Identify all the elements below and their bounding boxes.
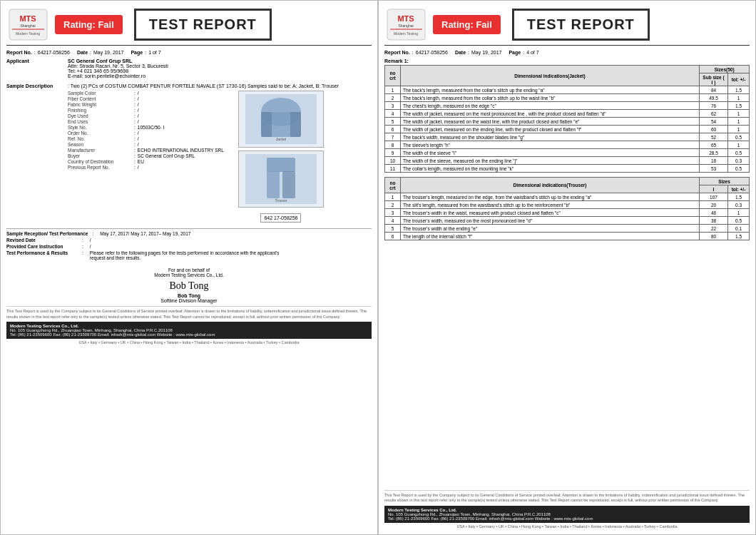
- ref-no-row: Ref. No. : /: [68, 136, 224, 141]
- svg-text:Modern Testing: Modern Testing: [15, 31, 39, 36]
- svg-rect-14: [282, 171, 295, 198]
- jacket-row-size: 65: [700, 141, 728, 149]
- jacket-row-desc: The width of jacket, measured on the mos…: [401, 110, 700, 118]
- test-report-title-2: TEST REPORT: [512, 9, 650, 41]
- date-item-2: Date : May 19, 2017: [455, 50, 502, 55]
- revised-value: /: [90, 238, 91, 243]
- sample-color-label: Sample Color: [68, 91, 132, 96]
- sample-desc-value: : Two (2) PCs of COSTUM COMBAT PENTUR FO…: [68, 83, 339, 88]
- finishing-label: Finishing: [68, 108, 132, 113]
- table-row: 3 The chest's length, measured on the ed…: [385, 102, 750, 110]
- trouser-row-desc: The trouser's length, measured on the ed…: [401, 193, 700, 201]
- season-row: Season : /: [68, 142, 224, 147]
- table-row: 2 The slit's length, measured from the w…: [385, 201, 750, 209]
- jacket-row-tol: 1.5: [728, 86, 750, 94]
- season-label: Season: [68, 142, 132, 147]
- manufacturer-row: Manufacturer : ECHO INTERNATIONAL INDUST…: [68, 148, 224, 153]
- end-uses-sep: :: [134, 119, 136, 124]
- manufacturer-label: Manufacturer: [68, 148, 132, 153]
- care-sep: :: [82, 244, 83, 249]
- prev-report-row: Previous Report No. : /: [68, 165, 224, 170]
- report-no-sep: :: [34, 50, 36, 55]
- dye-used-row: Dye Used : /: [68, 113, 224, 118]
- table-row: 1 The back's length, measured from the c…: [385, 86, 750, 94]
- care-label: Provided Care Instruction: [6, 244, 78, 249]
- finishing-value: /: [138, 108, 139, 113]
- style-no-value: 10503C/50- I: [138, 125, 165, 130]
- jacket-row-size: 16: [700, 157, 728, 165]
- page-item-2: Page : 4 of 7: [509, 50, 538, 55]
- table-row: 8 The sleeve's length "h" 65 1: [385, 141, 750, 149]
- svg-text:Shanghai: Shanghai: [398, 24, 413, 28]
- applicant-label: Applicant: [6, 58, 63, 78]
- page-value-2: 4 of 7: [526, 50, 539, 55]
- table-row: 2 The back's length, measured from the c…: [385, 94, 750, 102]
- style-no-label: Style No.: [68, 125, 132, 130]
- jacket-row-no: 5: [385, 118, 401, 126]
- date-item: Date : May 19, 2017: [77, 50, 124, 55]
- page-label: Page: [131, 50, 143, 55]
- table-row: 5 The trouser's width at the ending "e" …: [385, 225, 750, 233]
- sample-color-value: /: [138, 91, 139, 96]
- order-no-row: Order No. : /: [68, 131, 224, 136]
- reception-section: Sample Reception/ Test Performance : May…: [6, 228, 372, 260]
- report-no-label-2: Report No.: [384, 50, 410, 55]
- style-no-sep: :: [134, 125, 136, 130]
- jacket-row-desc: The width of jacket, measured on the end…: [401, 126, 700, 133]
- footer-section-2: Modern Testing Services Co., Ltd. No. 10…: [384, 506, 750, 523]
- fabric-weight-value: /: [138, 102, 139, 107]
- table-row: 9 The width of the sleeve "I" 28.5 0.5: [385, 149, 750, 157]
- trouser-th-desc: Dimensional indications(Trouser): [401, 178, 700, 193]
- manufacturer-sep: :: [134, 148, 136, 153]
- trouser-row-desc: The trouser's width, measured on the mos…: [401, 217, 700, 225]
- revised-sep: :: [82, 238, 83, 243]
- date-sep: :: [90, 50, 91, 55]
- sample-fields: Sample Color : / Fiber Content : / Fabri…: [68, 91, 339, 223]
- jacket-row-size: 62: [700, 110, 728, 118]
- results-sep: :: [82, 250, 83, 260]
- rating-fail-badge: Rating: Fail: [55, 15, 123, 34]
- sample-color-row: Sample Color : /: [68, 91, 224, 96]
- remark-title: Remark 1:: [384, 58, 750, 63]
- results-row: Test Performance & Results : Please refe…: [6, 250, 372, 260]
- jacket-row-no: 6: [385, 126, 401, 133]
- test-report-title: TEST REPORT: [134, 9, 272, 41]
- order-no-label: Order No.: [68, 131, 132, 136]
- jacket-row-desc: The collar's length, measured on the mou…: [401, 165, 700, 173]
- trouser-th-sizes: Sizes: [700, 178, 750, 185]
- jacket-row-desc: The width of jacket, measured on the wai…: [401, 118, 700, 126]
- svg-rect-9: [290, 112, 301, 137]
- svg-rect-12: [267, 158, 295, 172]
- jacket-row-desc: The back's length, measured from the col…: [401, 94, 700, 102]
- jacket-row-desc: The back's length, measured from the col…: [401, 86, 700, 94]
- trouser-image: Trouser: [245, 154, 317, 204]
- sample-desc-content: : Two (2) PCs of COSTUM COMBAT PENTUR FO…: [68, 83, 339, 223]
- sample-desc-section: Sample Description : Two (2) PCs of COST…: [6, 83, 372, 223]
- signature-title: Softline Division Manager: [6, 298, 372, 303]
- dye-used-sep: :: [134, 113, 136, 118]
- trouser-row-tol: 0.3: [728, 201, 750, 209]
- fabric-weight-label: Fabric Weight: [68, 102, 132, 107]
- jacket-row-desc: The width of the sleeve "I": [401, 149, 700, 157]
- page-1: MTS Shanghai Modern Testing Rating: Fail…: [0, 0, 378, 535]
- buyer-sep: :: [134, 153, 136, 158]
- fiber-content-row: Fiber Content : /: [68, 96, 224, 101]
- trouser-row-no: 2: [385, 201, 401, 209]
- results-label: Test Performance & Results: [6, 250, 78, 260]
- country-sep: :: [134, 159, 136, 164]
- finishing-sep: :: [134, 108, 136, 113]
- ref-no-value: /: [138, 136, 139, 141]
- jacket-row-tol: 0.5: [728, 149, 750, 157]
- table-row: 1 The trouser's length, measured on the …: [385, 193, 750, 201]
- jacket-row-size: 28.5: [700, 149, 728, 157]
- jacket-row-no: 2: [385, 94, 401, 102]
- page-sep-2: :: [523, 50, 524, 55]
- jacket-row-tol: 0.5: [728, 133, 750, 141]
- finishing-row: Finishing : /: [68, 108, 224, 113]
- table-row: 5 The width of jacket, measured on the w…: [385, 118, 750, 126]
- order-no-value: /: [138, 131, 139, 136]
- end-uses-label: End Uses: [68, 119, 132, 124]
- fiber-content-label: Fiber Content: [68, 96, 132, 101]
- date-label-2: Date: [455, 50, 466, 55]
- table-row: 10 The width of the sleeve, measured on …: [385, 157, 750, 165]
